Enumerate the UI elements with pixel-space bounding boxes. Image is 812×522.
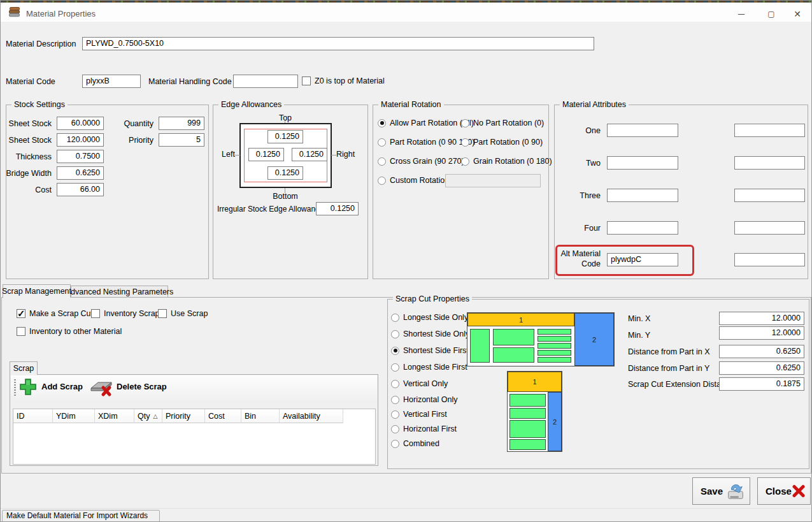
column-header-qty[interactable]: Qty△: [134, 409, 162, 423]
radio-no-part-rotation[interactable]: No Part Rotation (0): [461, 118, 544, 128]
radio-shortest-side-first[interactable]: Shortest Side First: [391, 345, 469, 356]
part-rect: [493, 347, 534, 363]
delete-scrap-button[interactable]: Delete Scrap: [90, 377, 173, 398]
min-x-input[interactable]: 12.0000: [719, 312, 804, 325]
thickness-label: Thickness: [6, 150, 52, 163]
radio-label: Vertical First: [403, 410, 447, 419]
radio-horizontal-first[interactable]: Horizontal First: [391, 424, 457, 434]
column-header-cost[interactable]: Cost: [205, 409, 241, 423]
scrap-region-1: 1: [508, 372, 562, 392]
inventory-scrap-checkbox[interactable]: Inventory Scrap: [91, 308, 160, 319]
add-scrap-button[interactable]: Add Scrap: [18, 377, 86, 398]
alt-material-code-input[interactable]: plywdpC: [607, 253, 678, 266]
attribute-two-input-2[interactable]: [734, 156, 805, 170]
scrap-table-header: ID YDim XDim Qty△ Priority Cost Bin Avai…: [13, 409, 375, 423]
column-header-id[interactable]: ID: [13, 409, 53, 423]
save-button[interactable]: Save: [692, 477, 750, 505]
column-header-priority[interactable]: Priority: [162, 409, 205, 423]
z0-top-checkbox[interactable]: Z0 is top of Material: [302, 76, 385, 86]
radio-combined[interactable]: Combined: [391, 439, 439, 449]
irregular-edge-allowance-input[interactable]: 0.1250: [316, 202, 359, 215]
cost-input[interactable]: 66.00: [57, 183, 104, 196]
edge-bottom-input[interactable]: 0.1250: [267, 166, 303, 180]
maximize-button[interactable]: ▢: [757, 4, 785, 24]
edge-left-input[interactable]: 0.1250: [248, 148, 284, 161]
tab-advanced-nesting-parameters[interactable]: Advanced Nesting Parameters: [71, 286, 168, 298]
radio-longest-side-first[interactable]: Longest Side First: [391, 362, 467, 372]
sheet-stock-x-input[interactable]: 60.0000: [57, 117, 104, 130]
use-scrap-checkbox[interactable]: Use Scrap: [158, 308, 208, 319]
make-a-scrap-cut-checkbox[interactable]: Make a Scrap Cut: [17, 308, 93, 319]
sheet-stock-y-label: Sheet Stock: [6, 134, 52, 147]
radio-horizontal-only[interactable]: Horizontal Only: [391, 395, 457, 405]
attribute-two-label: Two: [551, 157, 601, 170]
edge-top-input[interactable]: 0.1250: [267, 130, 303, 143]
radio-part-rotation-0-90-180[interactable]: Part Rotation (0 90 180): [378, 137, 474, 147]
minimize-button[interactable]: ─: [727, 4, 755, 24]
scrap-cut-extension-distance-input[interactable]: 0.1875: [719, 377, 804, 391]
priority-input[interactable]: 5: [159, 133, 204, 147]
material-description-input[interactable]: PLYWD_0.7500-5X10: [82, 37, 594, 50]
attribute-three-input-2[interactable]: [734, 189, 805, 202]
radio-label: Part Rotation (0 90): [473, 138, 543, 147]
custom-rotation-input[interactable]: [445, 174, 541, 187]
part-rect: [509, 439, 546, 450]
inventory-to-other-material-checkbox[interactable]: Inventory to other Material: [17, 326, 122, 337]
column-header-availability[interactable]: Availability: [280, 409, 343, 423]
radio-grain-rotation[interactable]: Grain Rotation (0 180): [461, 156, 552, 166]
radio-glyph: [391, 330, 399, 338]
column-header-bin[interactable]: Bin: [241, 409, 280, 423]
material-handling-code-input[interactable]: [233, 75, 298, 88]
alt-material-code-input-2[interactable]: [734, 253, 805, 266]
tab-scrap-management[interactable]: Scrap Management: [3, 284, 71, 298]
column-header-filler: [343, 409, 375, 423]
distance-from-part-x-input[interactable]: 0.6250: [719, 345, 804, 358]
min-y-input[interactable]: 12.0000: [719, 326, 804, 340]
sheet-stock-y-input[interactable]: 120.0000: [57, 133, 104, 147]
radio-glyph: [391, 410, 399, 419]
add-plus-icon: [18, 377, 38, 396]
checkbox-box: [91, 309, 100, 318]
radio-custom-rotation[interactable]: Custom Rotation: [378, 175, 449, 185]
radio-glyph: [391, 396, 399, 404]
edge-right-input[interactable]: 0.1250: [292, 148, 327, 161]
radio-cross-grain[interactable]: Cross Grain (90 270): [378, 156, 464, 166]
column-header-ydim[interactable]: YDim: [53, 409, 95, 423]
stock-settings-title: Stock Settings: [11, 99, 68, 110]
distance-from-part-y-input[interactable]: 0.6250: [719, 361, 804, 375]
bridge-width-input[interactable]: 0.6250: [57, 166, 104, 180]
radio-longest-side-only[interactable]: Longest Side Only: [391, 312, 468, 323]
radio-glyph: [461, 138, 469, 147]
edge-left-label: Left: [222, 148, 241, 161]
material-code-input[interactable]: plyxxB: [82, 75, 141, 88]
attribute-one-input[interactable]: [607, 124, 678, 137]
tab-label: Advanced Nesting Parameters: [66, 287, 174, 296]
radio-label: Grain Rotation (0 180): [473, 157, 552, 166]
checkbox-label: Inventory to other Material: [29, 327, 122, 336]
attribute-two-input[interactable]: [607, 156, 678, 170]
toolbar-grip[interactable]: [14, 379, 16, 396]
thickness-input[interactable]: 0.7500: [57, 150, 104, 163]
column-header-xdim[interactable]: XDim: [95, 409, 134, 423]
radio-label: Custom Rotation: [390, 176, 449, 185]
quantity-input[interactable]: 999: [159, 117, 204, 130]
radio-vertical-only[interactable]: Vertical Only: [391, 379, 448, 389]
status-bar: Make Default Material For Import Wizards: [1, 508, 812, 522]
tab-scrap[interactable]: Scrap: [10, 361, 38, 375]
close-button[interactable]: Close: [757, 477, 811, 505]
scrap-region-2: 2: [548, 392, 562, 451]
checkbox-label: Make a Scrap Cut: [29, 309, 93, 318]
radio-part-rotation-0-90[interactable]: Part Rotation (0 90): [461, 137, 543, 147]
attribute-three-input[interactable]: [607, 189, 678, 202]
make-default-material-button[interactable]: Make Default Material For Import Wizards: [2, 510, 160, 522]
attribute-four-label: Four: [551, 222, 601, 235]
radio-shortest-side-only[interactable]: Shortest Side Only: [391, 329, 469, 339]
attribute-four-input[interactable]: [607, 221, 678, 235]
material-rotation-group: Material Rotation: [373, 105, 549, 279]
attribute-four-input-2[interactable]: [734, 221, 805, 235]
radio-glyph: [391, 363, 399, 372]
close-window-button[interactable]: ✕: [783, 4, 811, 24]
attribute-one-input-2[interactable]: [734, 124, 805, 137]
radio-allow-part-rotation-all[interactable]: Allow Part Rotation (All): [378, 118, 474, 128]
radio-vertical-first[interactable]: Vertical First: [391, 409, 447, 419]
